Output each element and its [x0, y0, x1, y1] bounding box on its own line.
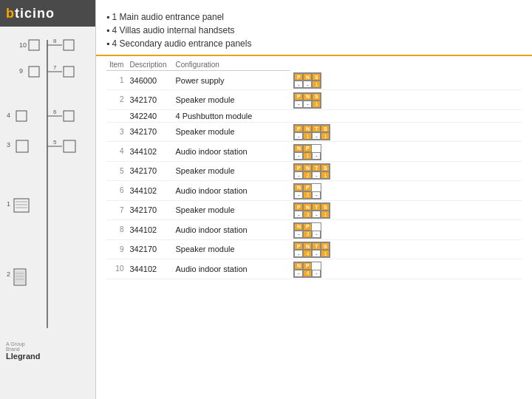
table-row: 6 344102 Audio indoor station N P - 2 - [106, 181, 522, 201]
table-row: 10 344102 Audio indoor station N P - 4 - [106, 259, 522, 279]
item-config: N P - 3 - [290, 220, 522, 240]
item-config: P N T S - 4 - 1 [290, 239, 522, 259]
svg-text:2: 2 [7, 270, 10, 278]
row-number: 2 [106, 90, 126, 110]
item-config: P N S - - 1 [290, 90, 522, 110]
item-config: P N S - - 1 [290, 71, 522, 90]
svg-text:5: 5 [53, 139, 57, 146]
row-number: 8 [106, 220, 126, 240]
row-number: 3 [106, 122, 126, 142]
item-description: Audio indoor station [172, 220, 290, 240]
logo-rest: ticino [15, 6, 55, 21]
item-description: Power supply [172, 71, 290, 90]
item-config [290, 109, 522, 122]
header: 1 Main audio entrance panel4 Villas audi… [96, 0, 532, 56]
logo-text: bticino [6, 6, 55, 21]
table-row: 342240 4 Pushbutton module [106, 109, 522, 122]
diagram-area: 10 8 9 7 4 6 3 5 1 [0, 27, 95, 366]
sidebar: bticino 10 8 9 7 4 6 3 [0, 0, 96, 399]
svg-text:10: 10 [19, 41, 27, 49]
item-description: Speaker module [172, 122, 290, 142]
item-description: Audio indoor station [172, 142, 290, 162]
item-config: P N T S - 3 - 1 [290, 200, 522, 220]
table-row: 1 346000 Power supply P N S - - 1 [106, 71, 522, 90]
svg-text:7: 7 [53, 64, 57, 71]
main-content: 1 Main audio entrance panel4 Villas audi… [96, 0, 532, 399]
table-row: 5 342170 Speaker module P N T S - 2 - 1 [106, 161, 522, 181]
wiring-diagram: 10 8 9 7 4 6 3 5 1 [3, 33, 93, 350]
bullet-list: 1 Main audio entrance panel4 Villas audi… [106, 10, 522, 50]
content-table: Item Description Configuration 1 346000 … [96, 56, 532, 389]
svg-rect-22 [14, 199, 29, 212]
svg-rect-2 [29, 40, 39, 50]
table-row: 4 344102 Audio indoor station N P - 1 - [106, 142, 522, 162]
logo-b-letter: b [6, 6, 15, 21]
svg-text:6: 6 [53, 109, 57, 115]
legrand-logo: Llegrand [6, 352, 40, 361]
brand-footer: A GroupBrand Llegrand [6, 341, 40, 361]
svg-text:1: 1 [7, 200, 10, 208]
col-item: Item [106, 59, 126, 71]
item-code: 344102 [126, 142, 172, 162]
item-code: 344102 [126, 181, 172, 201]
item-config: N P - 1 - [290, 142, 522, 162]
svg-rect-10 [64, 66, 74, 77]
svg-rect-5 [64, 40, 74, 50]
row-number: 5 [106, 161, 126, 181]
table-body: 1 346000 Power supply P N S - - 1 2 3421… [106, 71, 522, 279]
row-number: 7 [106, 200, 126, 220]
item-code: 344102 [126, 259, 172, 279]
item-code: 342170 [126, 161, 172, 181]
table-row: 8 344102 Audio indoor station N P - 3 - [106, 220, 522, 240]
item-code: 344102 [126, 220, 172, 240]
bullet-item: 4 Secondary audio entrance panels [106, 37, 522, 50]
svg-text:9: 9 [19, 67, 23, 75]
row-number [106, 109, 126, 122]
item-code: 342170 [126, 90, 172, 110]
item-config: P N T S - 2 - 1 [290, 161, 522, 181]
item-description: Speaker module [172, 200, 290, 220]
table-row: 9 342170 Speaker module P N T S - 4 - 1 [106, 239, 522, 259]
svg-text:3: 3 [7, 141, 10, 149]
bullet-item: 1 Main audio entrance panel [106, 10, 522, 24]
item-description: Speaker module [172, 161, 290, 181]
item-code: 342170 [126, 122, 172, 142]
item-config: P N T S - 1 - 1 [290, 122, 522, 142]
item-config: N P - 2 - [290, 181, 522, 201]
items-table: Item Description Configuration 1 346000 … [106, 59, 522, 279]
table-row: 2 342170 Speaker module P N S - - 1 [106, 90, 522, 110]
svg-rect-15 [64, 111, 74, 121]
row-number: 10 [106, 259, 126, 279]
svg-text:4: 4 [7, 112, 10, 119]
row-number: 1 [106, 71, 126, 90]
logo-bar: bticino [0, 0, 95, 27]
col-config: Configuration [172, 59, 290, 71]
bullet-item: 4 Villas audio internal handsets [106, 24, 522, 37]
item-config: N P - 4 - [290, 259, 522, 279]
table-row: 3 342170 Speaker module P N T S - 1 - 1 [106, 122, 522, 142]
table-row: 7 342170 Speaker module P N T S - 3 - 1 [106, 200, 522, 220]
item-description: Speaker module [172, 239, 290, 259]
item-description: Audio indoor station [172, 181, 290, 201]
svg-rect-20 [64, 140, 75, 152]
svg-text:8: 8 [53, 38, 57, 44]
col-desc: Description [126, 59, 172, 71]
brand-group-text: A GroupBrand [6, 341, 40, 352]
row-number: 6 [106, 181, 126, 201]
item-code: 346000 [126, 71, 172, 90]
item-code: 342170 [126, 239, 172, 259]
item-description: Audio indoor station [172, 259, 290, 279]
item-description: 4 Pushbutton module [172, 109, 290, 122]
svg-rect-28 [15, 270, 25, 284]
item-description: Speaker module [172, 90, 290, 110]
item-code: 342240 [126, 109, 172, 122]
svg-rect-12 [16, 111, 27, 121]
svg-rect-17 [16, 140, 28, 152]
svg-rect-7 [29, 66, 39, 77]
row-number: 4 [106, 142, 126, 162]
item-code: 342170 [126, 200, 172, 220]
row-number: 9 [106, 239, 126, 259]
